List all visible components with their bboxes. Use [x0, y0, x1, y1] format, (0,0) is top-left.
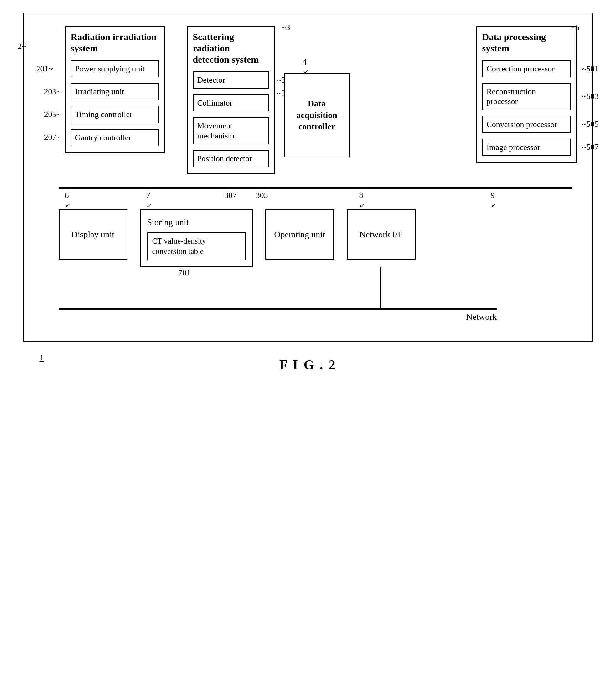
- ref-503: ~503: [582, 92, 599, 101]
- data-acquisition-box: Data acquisition controller: [284, 73, 350, 158]
- radiation-system-ref: 2~: [18, 42, 26, 51]
- ref-203: 203~: [44, 87, 61, 97]
- reconstruction-processor-box: Reconstruction processor: [482, 83, 571, 110]
- data-processing-title: Data processing system: [482, 31, 571, 54]
- operating-unit-box: Operating unit: [265, 209, 334, 259]
- main-content: 2~ Radiation irradiation system 201~ Pow…: [40, 26, 576, 322]
- ref-701: 701: [178, 267, 191, 278]
- ref-4: 4↙: [303, 57, 308, 76]
- storing-unit-box: Storing unit CT value-density conversion…: [140, 209, 253, 267]
- bus-line: [59, 187, 572, 189]
- power-supplying-unit: Power supplying unit: [71, 60, 159, 77]
- bottom-section: Display unit Storing unit CT value-densi…: [59, 209, 576, 267]
- top-layout: 2~ Radiation irradiation system 201~ Pow…: [40, 26, 576, 322]
- conversion-processor-box: Conversion processor: [482, 116, 571, 133]
- ref-207: 207~: [44, 133, 61, 142]
- scattering-system-ref: ~3: [281, 23, 290, 32]
- ref-7: 7↙: [146, 191, 151, 209]
- three-systems: 2~ Radiation irradiation system 201~ Pow…: [40, 26, 576, 174]
- main-diagram-box: 2~ Radiation irradiation system 201~ Pow…: [23, 13, 593, 342]
- movement-mechanism-box: Movement mechanism: [193, 117, 269, 144]
- image-processor-box: Image processor: [482, 139, 571, 156]
- network-if-connector: [380, 267, 381, 308]
- network-label: Network: [59, 312, 497, 322]
- figure-caption: F I G . 2: [279, 357, 337, 372]
- network-if-box: Network I/F: [347, 209, 415, 259]
- radiation-system-box: Radiation irradiation system 201~ Power …: [65, 26, 165, 153]
- scattering-system-title: Scattering radiation detection system: [193, 31, 269, 65]
- ref-307: 307: [224, 191, 237, 200]
- detector-box: Detector: [193, 71, 269, 89]
- ref-8: 8↙: [359, 191, 365, 209]
- ref-205: 205~: [44, 110, 61, 119]
- ref-505: ~505: [582, 120, 599, 129]
- display-unit-box: Display unit: [59, 209, 128, 259]
- correction-processor-box: Correction processor: [482, 60, 571, 77]
- data-processing-box: Data processing system Correction proces…: [476, 26, 576, 163]
- ref-1: 1: [40, 353, 44, 362]
- bus-area: 6↙ 7↙ 307 305 8↙ 9↙: [40, 187, 576, 191]
- ref-201: 201~: [36, 64, 53, 74]
- irradiating-unit: Irradiating unit: [71, 83, 159, 100]
- collimator-box: Collimator: [193, 94, 269, 112]
- ref-305: 305: [256, 191, 268, 200]
- gantry-controller: Gantry controller: [71, 129, 159, 146]
- ref-501: ~501: [582, 64, 599, 74]
- scattering-system-box: Scattering radiation detection system De…: [187, 26, 275, 174]
- position-detector-box: Position detector: [193, 150, 269, 167]
- radiation-system-title: Radiation irradiation system: [71, 31, 159, 54]
- ct-conversion-table-box: CT value-density conversion table: [147, 232, 246, 260]
- network-line: [59, 308, 497, 310]
- network-area: Network: [59, 308, 576, 322]
- timing-controller: Timing controller: [71, 106, 159, 123]
- ref-9: 9↙: [491, 191, 496, 209]
- ref-6: 6↙: [65, 191, 70, 209]
- storing-unit-title: Storing unit: [147, 217, 246, 228]
- ref-507: ~507: [582, 143, 599, 152]
